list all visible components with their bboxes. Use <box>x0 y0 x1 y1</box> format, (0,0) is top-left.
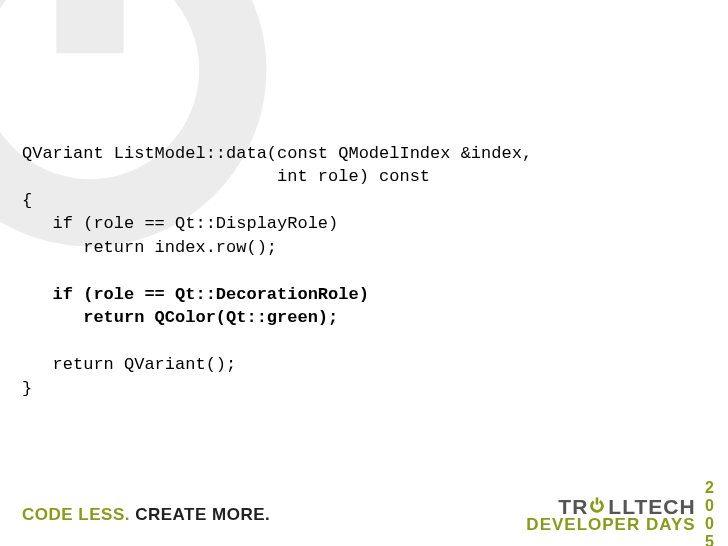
brand-text: TR LLTECH DEVELOPER DAYS <box>526 496 695 533</box>
tagline-left: CODE LESS. <box>22 505 135 524</box>
power-icon <box>588 496 606 517</box>
brand-bottom: DEVELOPER DAYS <box>526 517 695 533</box>
code-line: QVariant ListModel::data(const QModelInd… <box>22 144 532 163</box>
code-line: { <box>22 191 32 210</box>
svg-rect-3 <box>596 498 599 505</box>
tagline-right: CREATE MORE. <box>135 505 270 524</box>
code-line: int role) const <box>22 167 430 186</box>
svg-rect-1 <box>56 0 123 53</box>
code-line: return QVariant(); <box>22 355 236 374</box>
code-snippet: QVariant ListModel::data(const QModelInd… <box>22 142 532 400</box>
brand-year: 2005 <box>702 479 716 546</box>
code-line: } <box>22 379 32 398</box>
brand-block: TR LLTECH DEVELOPER DAYS 2005 <box>526 479 728 546</box>
brand-prefix: TR <box>558 497 588 517</box>
code-line: return index.row(); <box>22 238 277 257</box>
brand-top: TR LLTECH <box>526 496 695 517</box>
code-line-bold: return QColor(Qt::green); <box>22 308 338 327</box>
footer: CODE LESS. CREATE MORE. TR LLTECH DEVELO… <box>0 484 728 546</box>
brand-suffix: LLTECH <box>608 497 695 517</box>
tagline: CODE LESS. CREATE MORE. <box>0 505 270 525</box>
code-line: if (role == Qt::DisplayRole) <box>22 214 338 233</box>
code-line-bold: if (role == Qt::DecorationRole) <box>22 285 369 304</box>
